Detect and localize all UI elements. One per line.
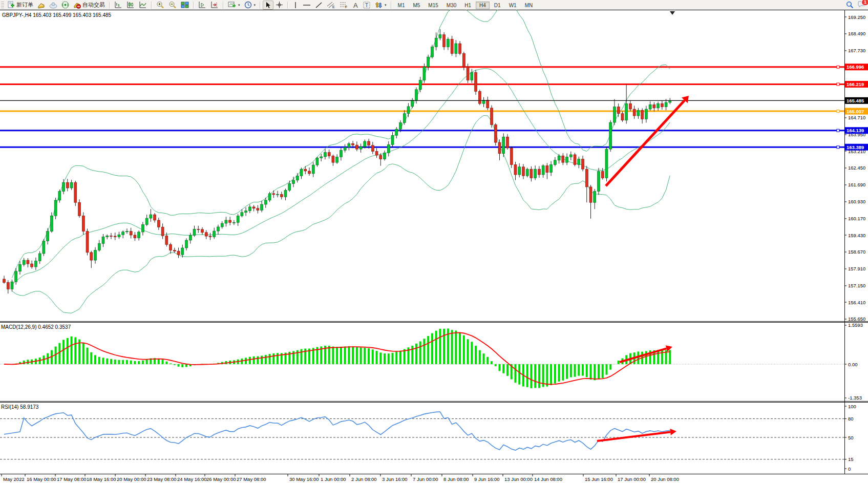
candles-layer — [3, 29, 671, 293]
zoom-out-icon — [168, 1, 177, 9]
ohlc-info-line: GBPJPY-,H4 165.403 165.499 165.403 165.4… — [2, 12, 111, 18]
tf-button-M5[interactable]: M5 — [409, 2, 424, 9]
price-axis[interactable]: 169.250168.490167.730164.710163.950163.2… — [844, 14, 868, 472]
svg-text:2 Jun 08:00: 2 Jun 08:00 — [351, 476, 377, 482]
auto-scroll-icon — [198, 1, 206, 9]
notification-badge: 1 — [861, 0, 868, 6]
new-chart-icon — [228, 1, 236, 9]
time-axis[interactable]: May 202216 May 00:0017 May 08:0018 May 1… — [2, 474, 679, 482]
rsi-pane — [0, 412, 844, 459]
shapes-button[interactable]: ▾ — [373, 1, 389, 10]
channel-icon: E — [327, 1, 335, 9]
trend-arrow-rsi[interactable] — [597, 429, 676, 441]
hline-button[interactable] — [301, 1, 313, 10]
level-handle[interactable] — [837, 110, 839, 113]
svg-text:18 May 16:00: 18 May 16:00 — [87, 476, 116, 482]
autotrading-icon — [73, 2, 81, 9]
separator — [151, 2, 152, 9]
tf-button-M1[interactable]: M1 — [394, 2, 409, 9]
zoom-in-icon — [156, 1, 164, 9]
chart-plot[interactable]: 169.250168.490167.730164.710163.950163.2… — [0, 10, 868, 483]
bollinger-lower — [12, 116, 670, 313]
svg-text:16 May 00:00: 16 May 00:00 — [27, 476, 56, 482]
label-button[interactable]: T — [361, 1, 373, 10]
signal-button[interactable] — [59, 0, 71, 10]
period-button[interactable]: ▾ — [242, 0, 258, 10]
zoom-in-button[interactable] — [154, 0, 166, 10]
fibonacci-button[interactable]: F — [337, 0, 350, 10]
vline-button[interactable] — [290, 1, 301, 10]
svg-text:80: 80 — [848, 416, 854, 422]
svg-text:169.250: 169.250 — [848, 14, 865, 20]
svg-text:23 May 08:00: 23 May 08:00 — [147, 476, 177, 482]
autotrading-button[interactable]: 自动交易 — [71, 0, 107, 10]
tf-button-MN[interactable]: MN — [521, 2, 537, 9]
tf-button-D1[interactable]: D1 — [491, 2, 504, 9]
tile-windows-button[interactable] — [179, 0, 191, 10]
new-chart-button[interactable]: ▾ — [226, 0, 242, 10]
svg-text:165.485: 165.485 — [846, 98, 864, 103]
trendline-icon — [315, 2, 323, 9]
autotrading-label: 自动交易 — [82, 1, 105, 9]
svg-text:157.150: 157.150 — [848, 283, 865, 288]
shapes-icon — [375, 2, 383, 9]
svg-text:156.410: 156.410 — [848, 300, 865, 305]
auto-scroll-button[interactable] — [196, 0, 208, 10]
zoom-out-button[interactable] — [166, 0, 179, 10]
candle-chart-button[interactable] — [124, 0, 137, 10]
svg-text:20 Jun 08:00: 20 Jun 08:00 — [651, 476, 679, 482]
chat-button[interactable]: 1 — [858, 1, 866, 9]
crosshair-icon — [276, 1, 283, 9]
tf-button-W1[interactable]: W1 — [505, 2, 520, 9]
svg-text:100: 100 — [848, 404, 856, 409]
svg-text:157.910: 157.910 — [848, 266, 865, 271]
level-handle[interactable] — [837, 66, 839, 68]
svg-text:166.996: 166.996 — [846, 64, 864, 70]
chart-shift-marker[interactable] — [670, 11, 675, 15]
quotes-button[interactable] — [35, 1, 47, 10]
hline-icon — [303, 2, 311, 9]
crosshair-button[interactable] — [273, 0, 285, 10]
pane-frames — [0, 10, 868, 474]
svg-text:30 May 16:00: 30 May 16:00 — [289, 476, 319, 482]
separator — [223, 2, 224, 9]
cursor-button[interactable] — [263, 1, 273, 10]
svg-text:15: 15 — [848, 456, 854, 462]
svg-text:161.690: 161.690 — [848, 182, 865, 187]
level-handle[interactable] — [837, 129, 839, 132]
svg-text:1.5593: 1.5593 — [848, 322, 863, 328]
svg-text:E: E — [332, 5, 335, 9]
toolbar-grip[interactable] — [1, 2, 4, 9]
new-order-icon — [7, 1, 15, 9]
svg-text:14 Jun 08:00: 14 Jun 08:00 — [534, 476, 562, 482]
svg-text:24 May 16:00: 24 May 16:00 — [177, 476, 207, 482]
line-chart-button[interactable] — [137, 0, 149, 10]
tf-button-M30[interactable]: M30 — [443, 2, 460, 9]
trendline-button[interactable] — [313, 1, 325, 10]
dropdown-caret: ▾ — [238, 3, 240, 7]
svg-text:50: 50 — [848, 435, 854, 440]
profile-button[interactable] — [47, 1, 59, 10]
level-handle[interactable] — [837, 83, 839, 86]
svg-text:0: 0 — [848, 466, 851, 472]
tf-button-H1[interactable]: H1 — [461, 2, 475, 9]
tf-button-H4[interactable]: H4 — [476, 2, 490, 9]
channel-button[interactable]: E — [325, 0, 337, 10]
level-handle[interactable] — [837, 146, 839, 149]
svg-text:9 Jun 16:00: 9 Jun 16:00 — [474, 476, 500, 482]
svg-text:166.219: 166.219 — [846, 81, 864, 87]
separator — [391, 2, 392, 9]
chart-window: 169.250168.490167.730164.710163.950163.2… — [0, 10, 868, 483]
vline-icon — [292, 2, 299, 9]
svg-text:17 Jun 00:00: 17 Jun 00:00 — [618, 476, 646, 482]
svg-text:8 Jun 08:00: 8 Jun 08:00 — [443, 476, 469, 482]
new-order-button[interactable]: 新订单 — [5, 0, 35, 10]
shift-chart-button[interactable] — [208, 0, 221, 10]
search-icon[interactable] — [846, 1, 854, 9]
svg-text:15 Jun 16:00: 15 Jun 16:00 — [585, 476, 613, 482]
tf-button-M15[interactable]: M15 — [425, 2, 441, 9]
bar-chart-button[interactable] — [112, 0, 124, 10]
svg-text:17 May 08:00: 17 May 08:00 — [57, 476, 87, 482]
svg-text:20 May 00:00: 20 May 00:00 — [117, 476, 146, 482]
text-button[interactable]: A — [350, 1, 361, 10]
